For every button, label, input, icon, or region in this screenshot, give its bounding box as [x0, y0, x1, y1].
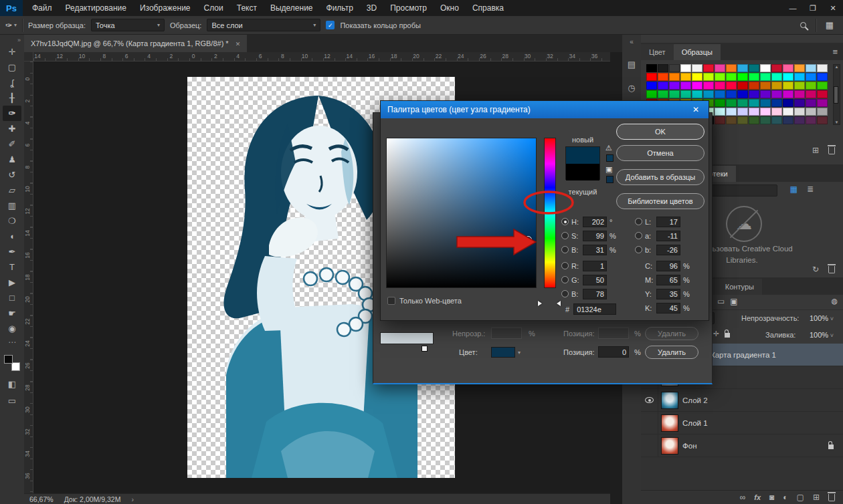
sync-libraries-icon[interactable]: ↻: [812, 265, 819, 274]
swatch[interactable]: [749, 108, 759, 116]
screen-mode-icon[interactable]: [8, 396, 16, 406]
swatch[interactable]: [760, 108, 771, 116]
tab-close-icon[interactable]: [236, 39, 241, 47]
color-field-radio[interactable]: [561, 246, 569, 253]
move-tool-icon[interactable]: ✛: [3, 44, 21, 59]
collapsed-info-panel-icon[interactable]: ◷: [628, 83, 635, 93]
vertical-ruler[interactable]: 024681012141618202224262830323436: [24, 61, 33, 493]
gamut-warning-swatch[interactable]: [606, 154, 614, 162]
delete-layer-icon[interactable]: [828, 494, 835, 501]
layer-row[interactable]: Слой 2: [641, 389, 843, 412]
menu-item[interactable]: Файл: [25, 0, 59, 16]
swatch[interactable]: [646, 82, 657, 90]
filter-toggle-icon[interactable]: ◍: [831, 297, 838, 305]
panel-menu-icon[interactable]: [832, 47, 838, 57]
swatch[interactable]: [703, 82, 714, 90]
layer-row[interactable]: Слой 1: [641, 412, 843, 434]
color-field-marker[interactable]: [525, 236, 532, 243]
new-swatch-icon[interactable]: ⊞: [812, 146, 819, 155]
workspace-switcher-icon[interactable]: [826, 20, 834, 30]
swatch[interactable]: [715, 73, 725, 81]
swatch[interactable]: [726, 116, 737, 124]
fill-value[interactable]: 100%: [810, 331, 834, 339]
ok-button[interactable]: OK: [616, 124, 705, 140]
collapse-toolbar-icon[interactable]: [17, 35, 24, 44]
color-field-input[interactable]: 202: [583, 217, 607, 227]
swatch[interactable]: [783, 90, 793, 98]
horizontal-ruler[interactable]: 1412108642024681012141618202224262830323…: [33, 52, 610, 61]
swatch[interactable]: [680, 73, 691, 81]
gradient-stop[interactable]: [421, 346, 428, 352]
layer-mask-icon[interactable]: ◙: [769, 493, 774, 502]
marquee-tool-icon[interactable]: ▢: [3, 59, 21, 75]
filter-smart-objects-icon[interactable]: ▣: [730, 297, 737, 306]
color-field-radio[interactable]: [561, 232, 569, 239]
cancel-button[interactable]: Отмена: [616, 145, 705, 161]
swatch[interactable]: [715, 116, 725, 124]
swatch[interactable]: [669, 82, 680, 90]
color-field-input[interactable]: 1: [583, 261, 607, 271]
current-tool-preview[interactable]: ✑ ▾: [5, 21, 17, 30]
add-to-swatches-button[interactable]: Добавить в образцы: [616, 169, 705, 185]
chevron-down-icon[interactable]: ▾: [518, 350, 521, 356]
lasso-tool-icon[interactable]: ʆ: [3, 75, 21, 90]
swatch[interactable]: [817, 82, 828, 90]
swatch[interactable]: [771, 90, 782, 98]
swatch[interactable]: [658, 90, 668, 98]
menu-item[interactable]: Просмотр: [383, 0, 434, 16]
swatch[interactable]: [703, 90, 714, 98]
eraser-tool-icon[interactable]: ▱: [3, 182, 21, 198]
swatch[interactable]: [749, 82, 759, 90]
visibility-toggle[interactable]: [641, 389, 658, 411]
scrollbar-thumb[interactable]: [834, 86, 838, 104]
swatch[interactable]: [817, 116, 828, 124]
swatch[interactable]: [726, 73, 737, 81]
color-field-input[interactable]: 65: [656, 275, 680, 285]
layer-effects-icon[interactable]: fx: [754, 493, 761, 501]
delete-color-stop-button[interactable]: Удалить: [645, 346, 698, 359]
swatch[interactable]: [817, 64, 828, 72]
swatch[interactable]: [692, 73, 702, 81]
swatch[interactable]: [726, 82, 737, 90]
new-layer-icon[interactable]: ⊞: [813, 493, 820, 502]
swatch[interactable]: [669, 64, 680, 72]
dialog-close-icon[interactable]: ✕: [690, 105, 702, 114]
color-field-input[interactable]: 50: [583, 275, 607, 285]
swatch[interactable]: [737, 82, 748, 90]
minimize-button[interactable]: —: [783, 0, 803, 16]
swatch[interactable]: [771, 82, 782, 90]
swatch[interactable]: [715, 99, 725, 107]
swatch[interactable]: [783, 108, 793, 116]
hue-slider-handle-left[interactable]: [538, 301, 542, 306]
sample-size-select[interactable]: Точка: [91, 19, 165, 31]
foreground-color-swatch[interactable]: [4, 355, 13, 364]
color-field-input[interactable]: -11: [656, 231, 680, 241]
swatch[interactable]: [680, 90, 691, 98]
swatch[interactable]: [817, 73, 828, 81]
healing-brush-tool-icon[interactable]: ✚: [3, 121, 21, 136]
swatch[interactable]: [658, 73, 668, 81]
swatch[interactable]: [806, 90, 816, 98]
expand-panels-icon[interactable]: [630, 37, 634, 46]
swatch[interactable]: [783, 64, 793, 72]
swatch[interactable]: [680, 82, 691, 90]
swatch[interactable]: [658, 82, 668, 90]
delete-library-item-icon[interactable]: [828, 266, 835, 273]
swatch[interactable]: [692, 82, 702, 90]
swatch[interactable]: [806, 108, 816, 116]
color-field-input[interactable]: -26: [656, 245, 680, 255]
swatch[interactable]: [715, 108, 725, 116]
swatch[interactable]: [806, 116, 816, 124]
swatch[interactable]: [760, 116, 771, 124]
swatch[interactable]: [737, 116, 748, 124]
color-field-radio[interactable]: [561, 262, 569, 269]
gradient-tool-icon[interactable]: ▥: [3, 198, 21, 213]
color-field-radio[interactable]: [561, 290, 569, 297]
swatch[interactable]: [817, 99, 828, 107]
opacity-value[interactable]: 100%: [810, 314, 834, 322]
swatch[interactable]: [737, 90, 748, 98]
delete-swatch-icon[interactable]: [828, 147, 835, 154]
swatch[interactable]: [726, 90, 737, 98]
color-field-input[interactable]: 99: [583, 231, 607, 241]
swatch[interactable]: [771, 116, 782, 124]
